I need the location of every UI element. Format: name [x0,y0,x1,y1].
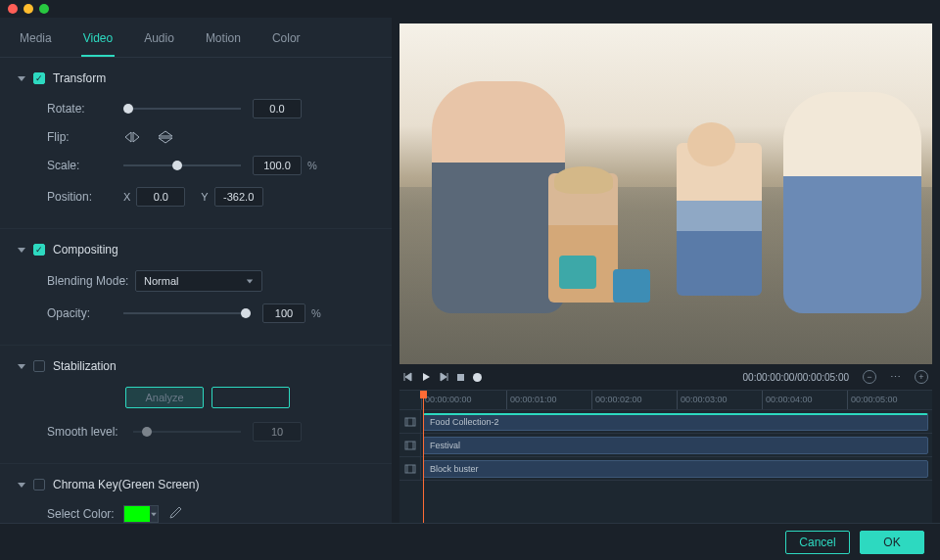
tab-video[interactable]: Video [81,25,115,57]
play-icon[interactable] [421,372,431,382]
timecode-display: 00:00:00:00/00:00:05:00 [743,372,849,383]
flip-label: Flip: [47,130,123,144]
film-icon [400,434,421,456]
opacity-unit: % [311,307,321,319]
prev-frame-icon[interactable] [403,372,413,382]
transform-checkbox[interactable] [33,72,45,84]
chevron-down-icon[interactable] [18,483,25,488]
chevron-down-icon[interactable] [18,364,25,369]
flip-vertical-icon[interactable] [157,130,174,144]
analyze-button[interactable]: Analyze [125,387,204,408]
chevron-down-icon [151,512,157,516]
position-y-field[interactable] [214,187,263,207]
record-icon[interactable] [473,373,482,382]
ruler-tick: 00:00:04:00 [762,391,847,409]
rotate-label: Rotate: [47,102,123,116]
timeline-track[interactable]: Block buster [400,457,932,481]
timeline-ruler[interactable]: 00:00:00:0000:00:01:0000:00:02:0000:00:0… [400,391,932,410]
tab-motion[interactable]: Motion [204,25,243,57]
ruler-tick: 00:00:03:00 [677,391,762,409]
chevron-down-icon [247,279,253,283]
rotate-slider[interactable] [123,102,241,116]
section-transform: Transform Rotate: Flip: Scale: [0,58,392,229]
window-close-button[interactable] [8,4,18,14]
analyze-secondary-button[interactable] [212,387,290,408]
window-maximize-button[interactable] [39,4,49,14]
tab-audio[interactable]: Audio [142,25,176,57]
svg-rect-0 [457,374,464,381]
blending-label: Blending Mode: [47,274,135,288]
playhead[interactable] [423,391,424,523]
scale-unit: % [307,160,317,171]
position-x-field[interactable] [136,187,185,207]
section-compositing: Compositing Blending Mode: Normal Opacit… [0,229,392,346]
preview-and-timeline: 00:00:00:00/00:00:05:00 − ⋯ + 00:00:00:0… [392,18,940,523]
cancel-button[interactable]: Cancel [785,531,850,554]
chevron-down-icon[interactable] [18,76,25,81]
playback-controls: 00:00:00:00/00:00:05:00 − ⋯ + [400,364,932,390]
position-y-label: Y [201,191,208,203]
ok-button[interactable]: OK [860,531,924,554]
compositing-title: Compositing [53,243,118,257]
smooth-label: Smooth level: [47,425,133,439]
tab-media[interactable]: Media [18,25,54,57]
timeline-clip[interactable]: Festival [423,437,928,454]
select-color-label: Select Color: [47,507,123,521]
scale-slider[interactable] [123,159,241,172]
flip-horizontal-icon[interactable] [123,130,141,144]
eyedropper-icon[interactable] [168,506,182,522]
compositing-checkbox[interactable] [33,244,45,256]
chroma-title: Chroma Key(Green Screen) [53,478,199,491]
more-dots-icon[interactable]: ⋯ [890,371,901,384]
smooth-slider[interactable] [133,425,241,439]
ruler-tick: 00:00:05:00 [847,391,932,409]
film-icon [400,410,421,433]
window-titlebar [0,0,940,18]
timeline-clip[interactable]: Block buster [423,460,928,478]
opacity-label: Opacity: [47,306,123,320]
film-icon [400,457,421,480]
opacity-slider[interactable] [123,306,251,320]
position-x-label: X [123,191,130,203]
position-label: Position: [47,190,123,204]
timeline-clip[interactable]: Food Collection-2 [423,413,928,431]
zoom-in-icon[interactable]: + [915,370,928,384]
rotate-field[interactable] [253,99,302,118]
blending-mode-dropdown[interactable]: Normal [135,270,262,292]
tab-color[interactable]: Color [270,25,303,57]
window-minimize-button[interactable] [24,4,33,14]
chevron-down-icon[interactable] [18,248,25,253]
next-frame-icon[interactable] [439,372,448,382]
stabilization-checkbox[interactable] [33,360,45,372]
ruler-tick: 00:00:01:00 [506,391,591,409]
section-chroma-key: Chroma Key(Green Screen) Select Color: O… [0,464,392,523]
scale-field[interactable] [253,156,302,175]
timeline[interactable]: 00:00:00:0000:00:01:0000:00:02:0000:00:0… [400,390,932,523]
properties-panel: Media Video Audio Motion Color Transform… [0,18,392,523]
transform-title: Transform [53,71,106,85]
zoom-out-icon[interactable]: − [863,370,876,384]
ruler-tick: 00:00:02:00 [591,391,677,409]
timeline-track[interactable]: Festival [400,434,932,457]
stop-icon[interactable] [456,373,465,382]
color-swatch[interactable] [123,505,159,523]
ruler-tick: 00:00:00:00 [421,391,506,409]
smooth-field[interactable] [253,422,302,442]
section-stabilization: Stabilization Analyze Smooth level: [0,346,392,464]
opacity-field[interactable] [262,303,306,323]
chroma-checkbox[interactable] [33,479,45,490]
dialog-footer: Cancel OK [0,523,940,560]
scale-label: Scale: [47,159,123,172]
properties-tabs: Media Video Audio Motion Color [0,18,392,58]
stabilization-title: Stabilization [53,359,117,373]
video-preview[interactable] [400,23,932,364]
timeline-track[interactable]: Food Collection-2 [400,410,932,434]
